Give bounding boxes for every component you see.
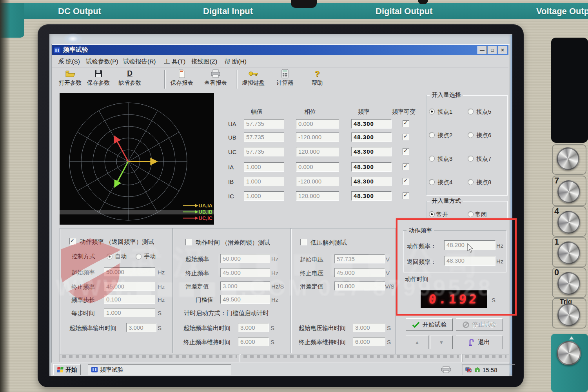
amp-input[interactable]: 57.735	[244, 132, 284, 142]
manual-radio[interactable]	[136, 254, 142, 260]
phase-input[interactable]: 0.000	[296, 119, 339, 129]
start-freq-input[interactable]: 50.000	[220, 254, 270, 263]
contact3-label: 接点3	[437, 155, 452, 163]
stop-slash-icon	[463, 321, 469, 328]
maximize-button[interactable]: □	[488, 46, 497, 54]
field-label: 终止频率维持时间	[299, 339, 346, 346]
knob-button-1[interactable]	[557, 241, 580, 264]
virtual-keyboard-button[interactable]: 虚拟键盘	[237, 69, 270, 89]
start-freq-output-time-input[interactable]: 3.000	[238, 323, 269, 332]
menu-test-report[interactable]: 试验报告(R)	[123, 58, 156, 66]
contact5-radio[interactable]	[468, 109, 474, 114]
end-voltage-input[interactable]: 45.000	[334, 268, 385, 277]
contact4-radio[interactable]	[429, 179, 435, 185]
knob-button-0[interactable]	[557, 272, 580, 295]
phase-input[interactable]: -120.000	[296, 132, 339, 142]
normally-open-radio[interactable]	[429, 211, 435, 217]
freq-input[interactable]: 48.300	[351, 191, 392, 201]
close-button[interactable]: ✕	[498, 46, 507, 54]
menu-help[interactable]: 帮 助(H)	[224, 58, 247, 66]
normally-closed-radio[interactable]	[468, 211, 474, 217]
threshold-input[interactable]: 49.500	[220, 295, 270, 304]
freq-variable-checkbox[interactable]	[403, 192, 409, 199]
calculator-button[interactable]: 计算器	[269, 69, 301, 89]
default-params-button[interactable]: D 缺省参数	[113, 69, 146, 89]
network-error-icon[interactable]	[465, 367, 472, 373]
knob-button[interactable]	[557, 147, 579, 170]
freq-input[interactable]: 48.300	[351, 147, 392, 156]
save-report-button[interactable]: 保存报表	[165, 69, 198, 89]
help-button[interactable]: ? 帮助	[301, 69, 334, 89]
freq-variable-checkbox[interactable]	[403, 134, 409, 140]
knob-button-7[interactable]	[557, 180, 580, 203]
amp-input[interactable]: 57.735	[244, 119, 284, 129]
taskbar-printer-icon[interactable]	[441, 366, 452, 373]
start-voltage-input[interactable]: 57.735	[334, 254, 385, 263]
task-button-frequency-test[interactable]: 频率试验	[88, 364, 231, 375]
menu-test-params[interactable]: 试验参数(P)	[86, 58, 118, 66]
end-freq-hold-time-input[interactable]: 6.000	[238, 337, 269, 346]
exit-button[interactable]: 退出	[456, 336, 503, 349]
slip-setting-input[interactable]: 3.000	[220, 281, 270, 290]
teal-knob-button[interactable]	[557, 341, 581, 365]
title-bar[interactable]: 频率试验 — □ ✕	[52, 45, 508, 55]
knob-label-1: 1	[554, 237, 559, 247]
view-report-button[interactable]: 查看报表	[199, 69, 232, 89]
freq-variable-checkbox[interactable]	[403, 120, 409, 127]
col-header-freq-variable: 频率可变	[392, 108, 416, 116]
unit-label: Hz	[271, 256, 278, 262]
freq-input[interactable]: 48.300	[351, 119, 392, 129]
menu-wiring-diagram[interactable]: 接线图(Z)	[191, 58, 217, 66]
down-button[interactable]: ▼	[430, 336, 453, 349]
freq-variable-checkbox[interactable]	[403, 163, 409, 170]
status-segment	[241, 354, 462, 362]
connector-bump	[291, 0, 317, 8]
save-params-button[interactable]: 保存参数	[82, 69, 115, 89]
phase-input[interactable]: -120.000	[296, 177, 339, 186]
field-label: 滑差定值	[300, 283, 323, 290]
end-freq-hold-time-input[interactable]: 6.000	[353, 337, 385, 346]
test3-checkbox[interactable]	[300, 239, 307, 245]
menu-tools[interactable]: 工 具(T)	[164, 58, 185, 66]
contact6-radio[interactable]	[468, 132, 474, 138]
minimize-button[interactable]: —	[477, 46, 487, 54]
phase-input[interactable]: 120.000	[296, 191, 339, 201]
step-time-input[interactable]: 1.000	[104, 308, 155, 317]
amp-input[interactable]: 57.735	[244, 147, 284, 156]
test2-checkbox[interactable]	[185, 239, 192, 245]
tray-green-icon[interactable]	[474, 367, 480, 373]
window-title: 频率试验	[63, 46, 88, 54]
knob-button-trig[interactable]	[557, 303, 580, 326]
contact1-radio[interactable]	[429, 109, 435, 114]
freq-input[interactable]: 48.300	[351, 177, 392, 186]
phase-input[interactable]: 0.000	[296, 162, 339, 172]
knob-button-4[interactable]	[557, 211, 580, 234]
start-voltage-output-time-input[interactable]: 3.000	[353, 323, 385, 332]
contact5-label: 接点5	[476, 108, 491, 116]
freq-variable-checkbox[interactable]	[403, 178, 409, 185]
stop-test-button[interactable]: 停止试验	[456, 318, 503, 331]
amp-input[interactable]: 1.000	[244, 162, 284, 172]
start-test-label: 开始试验	[423, 321, 447, 329]
amp-input[interactable]: 1.000	[244, 177, 284, 186]
amp-input[interactable]: 1.000	[244, 191, 284, 201]
contact7-radio[interactable]	[468, 156, 474, 162]
freq-input[interactable]: 48.300	[351, 162, 392, 172]
contact2-radio[interactable]	[429, 132, 435, 138]
phasor-legend: UA,IA UB,IB UC,IC	[183, 203, 212, 221]
freq-input[interactable]: 48.300	[351, 132, 392, 142]
toolbar-label: 保存报表	[171, 79, 193, 87]
phase-input[interactable]: 120.000	[296, 147, 339, 156]
start-freq-output-time-input[interactable]: 3.000	[126, 323, 156, 332]
start-test-button[interactable]: 开始试验	[406, 318, 453, 331]
up-button[interactable]: ▲	[406, 336, 428, 349]
legend-ua-ia: UA,IA	[183, 203, 212, 209]
slip-setting-input[interactable]: 10.000	[334, 281, 385, 290]
clock[interactable]: 15:58	[483, 367, 497, 373]
freq-variable-checkbox[interactable]	[403, 148, 409, 155]
end-freq-input[interactable]: 45.000	[220, 268, 270, 277]
start-menu-button[interactable]: 开始	[53, 364, 81, 375]
contact3-radio[interactable]	[429, 156, 435, 162]
menu-system[interactable]: 系 统(S)	[58, 58, 80, 66]
contact8-radio[interactable]	[468, 179, 474, 185]
